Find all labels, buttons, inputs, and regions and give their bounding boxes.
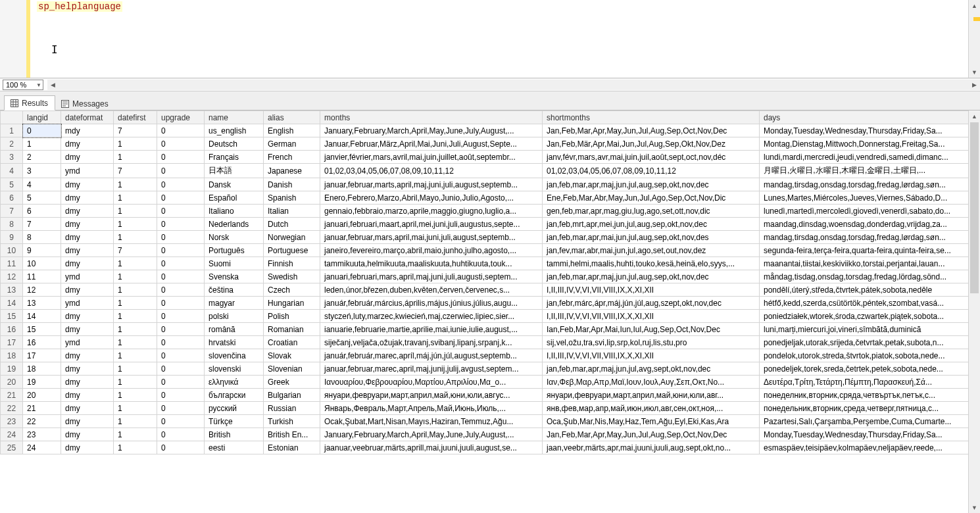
cell-days[interactable]: ponedjeljak,utorak,srijeda,četvrtak,peta… [760, 336, 969, 349]
cell-dateformat[interactable]: dmy [61, 137, 114, 151]
cell-langid[interactable]: 22 [23, 415, 61, 428]
cell-langid[interactable]: 21 [23, 402, 61, 415]
cell-alias[interactable]: Norwegian [264, 231, 320, 244]
row-number[interactable]: 7 [1, 205, 23, 218]
cell-upgrade[interactable]: 0 [157, 164, 205, 178]
cell-langid[interactable]: 20 [23, 389, 61, 402]
cell-months[interactable]: januari,februari,mars,april,maj,juni,jul… [320, 270, 543, 283]
cell-dateformat[interactable]: ymd [61, 164, 114, 178]
cell-langid[interactable]: 3 [23, 164, 61, 178]
table-row[interactable]: 1211ymd10SvenskaSwedishjanuari,februari,… [1, 270, 969, 283]
query-text[interactable]: sp_helplanguage [37, 1, 122, 12]
col-header[interactable]: dateformat [61, 111, 114, 124]
cell-alias[interactable]: Croatian [264, 336, 320, 349]
cell-datefirst[interactable]: 1 [114, 323, 157, 336]
cell-months[interactable]: január,február,március,április,május,jún… [320, 297, 543, 310]
cell-days[interactable]: hétfő,kedd,szerda,csütörtök,péntek,szomb… [760, 297, 969, 310]
cell-months[interactable]: gennaio,febbraio,marzo,aprile,maggio,giu… [320, 205, 543, 218]
row-number[interactable]: 22 [1, 402, 23, 415]
cell-datefirst[interactable]: 1 [114, 151, 157, 164]
cell-upgrade[interactable]: 0 [157, 283, 205, 297]
cell-name[interactable]: 日本語 [205, 164, 264, 178]
cell-alias[interactable]: British En... [264, 428, 320, 441]
scroll-up-icon[interactable]: ▲ [969, 110, 980, 122]
results-grid[interactable]: langid dateformat datefirst upgrade name… [0, 110, 969, 454]
row-number[interactable]: 16 [1, 323, 23, 336]
table-row[interactable]: 1413ymd10magyarHungarianjanuár,február,m… [1, 297, 969, 310]
cell-upgrade[interactable]: 0 [157, 205, 205, 218]
cell-shortmonths[interactable]: jaan,veebr,märts,apr,mai,juuni,juuli,aug… [543, 441, 760, 454]
table-row[interactable]: 1514dmy10polskiPolishstyczeń,luty,marzec… [1, 310, 969, 323]
cell-alias[interactable]: Portuguese [264, 244, 320, 257]
rownum-header[interactable] [1, 111, 23, 124]
cell-alias[interactable]: Greek [264, 376, 320, 389]
table-row[interactable]: 1918dmy10slovenskiSlovenianjanuar,februa… [1, 362, 969, 376]
cell-months[interactable]: January,February,March,April,May,June,Ju… [320, 428, 543, 441]
cell-dateformat[interactable]: dmy [61, 231, 114, 244]
row-number[interactable]: 20 [1, 376, 23, 389]
cell-months[interactable]: januar,februar,marec,april,maj,junij,jul… [320, 362, 543, 376]
cell-months[interactable]: Enero,Febrero,Marzo,Abril,Mayo,Junio,Jul… [320, 191, 543, 205]
cell-alias[interactable]: Spanish [264, 191, 320, 205]
scroll-up-icon[interactable]: ▲ [969, 0, 980, 11]
cell-days[interactable]: понедельник,вторник,среда,четверг,пятниц… [760, 402, 969, 415]
cell-days[interactable]: maandag,dinsdag,woensdag,donderdag,vrijd… [760, 218, 969, 231]
cell-days[interactable]: luni,marți,miercuri,joi,vineri,sîmbătă,d… [760, 323, 969, 336]
row-number[interactable]: 2 [1, 137, 23, 151]
row-number[interactable]: 25 [1, 441, 23, 454]
cell-upgrade[interactable]: 0 [157, 402, 205, 415]
col-header[interactable]: shortmonths [543, 111, 760, 124]
cell-days[interactable]: pondělí,úterý,středa,čtvrtek,pátek,sobot… [760, 283, 969, 297]
cell-shortmonths[interactable]: jan,fev,mar,abr,mai,jun,jul,ago,set,out,… [543, 244, 760, 257]
table-row[interactable]: 10mdy70us_englishEnglishJanuary,February… [1, 124, 969, 137]
cell-dateformat[interactable]: dmy [61, 205, 114, 218]
cell-name[interactable]: polski [205, 310, 264, 323]
cell-name[interactable]: Türkçe [205, 415, 264, 428]
table-row[interactable]: 76dmy10ItalianoItaliangennaio,febbraio,m… [1, 205, 969, 218]
cell-days[interactable]: 月曜日,火曜日,水曜日,木曜日,金曜日,土曜日,... [760, 164, 969, 178]
row-number[interactable]: 10 [1, 244, 23, 257]
col-header[interactable]: langid [23, 111, 61, 124]
cell-months[interactable]: janeiro,fevereiro,março,abril,maio,junho… [320, 244, 543, 257]
cell-langid[interactable]: 19 [23, 376, 61, 389]
cell-name[interactable]: magyar [205, 297, 264, 310]
cell-upgrade[interactable]: 0 [157, 389, 205, 402]
zoom-combo[interactable]: 100 % ▼ [3, 80, 43, 90]
cell-days[interactable]: Montag,Dienstag,Mittwoch,Donnerstag,Frei… [760, 137, 969, 151]
row-number[interactable]: 14 [1, 297, 23, 310]
cell-shortmonths[interactable]: jan,feb,mar,apr,maj,jun,jul,aug,sep,okt,… [543, 178, 760, 191]
cell-datefirst[interactable]: 1 [114, 336, 157, 349]
cell-dateformat[interactable]: dmy [61, 151, 114, 164]
cell-days[interactable]: понеделник,вторник,сряда,четвъртък,петък… [760, 389, 969, 402]
cell-months[interactable]: styczeń,luty,marzec,kwiecień,maj,czerwie… [320, 310, 543, 323]
cell-datefirst[interactable]: 7 [114, 244, 157, 257]
cell-datefirst[interactable]: 1 [114, 415, 157, 428]
scroll-down-icon[interactable]: ▼ [969, 66, 980, 78]
table-row[interactable]: 87dmy10NederlandsDutchjanuari,februari,m… [1, 218, 969, 231]
cell-name[interactable]: slovenski [205, 362, 264, 376]
cell-upgrade[interactable]: 0 [157, 323, 205, 336]
cell-dateformat[interactable]: dmy [61, 323, 114, 336]
cell-days[interactable]: mandag,tirsdag,onsdag,torsdag,fredag,lør… [760, 231, 969, 244]
cell-langid[interactable]: 9 [23, 244, 61, 257]
cell-alias[interactable]: Turkish [264, 415, 320, 428]
cell-upgrade[interactable]: 0 [157, 178, 205, 191]
cell-upgrade[interactable]: 0 [157, 218, 205, 231]
cell-upgrade[interactable]: 0 [157, 336, 205, 349]
cell-months[interactable]: January,February,March,April,May,June,Ju… [320, 124, 543, 137]
cell-shortmonths[interactable]: jan,febr,márc,ápr,máj,jún,júl,aug,szept,… [543, 297, 760, 310]
cell-langid[interactable]: 12 [23, 283, 61, 297]
cell-datefirst[interactable]: 1 [114, 270, 157, 283]
grid-vertical-scrollbar[interactable]: ▲ ▼ [968, 110, 980, 513]
cell-langid[interactable]: 6 [23, 205, 61, 218]
cell-upgrade[interactable]: 0 [157, 310, 205, 323]
cell-upgrade[interactable]: 0 [157, 428, 205, 441]
cell-datefirst[interactable]: 7 [114, 124, 157, 137]
cell-datefirst[interactable]: 1 [114, 218, 157, 231]
table-row[interactable]: 21dmy10DeutschGermanJanuar,Februar,März,… [1, 137, 969, 151]
cell-name[interactable]: български [205, 389, 264, 402]
cell-shortmonths[interactable]: Jan,Feb,Mär,Apr,Mai,Jun,Jul,Aug,Sep,Okt,… [543, 137, 760, 151]
cell-days[interactable]: esmaspäev,teisipäev,kolmapäev,neljapäev,… [760, 441, 969, 454]
cell-shortmonths[interactable]: Ian,Feb,Mar,Apr,Mai,Iun,Iul,Aug,Sep,Oct,… [543, 323, 760, 336]
cell-dateformat[interactable]: dmy [61, 402, 114, 415]
